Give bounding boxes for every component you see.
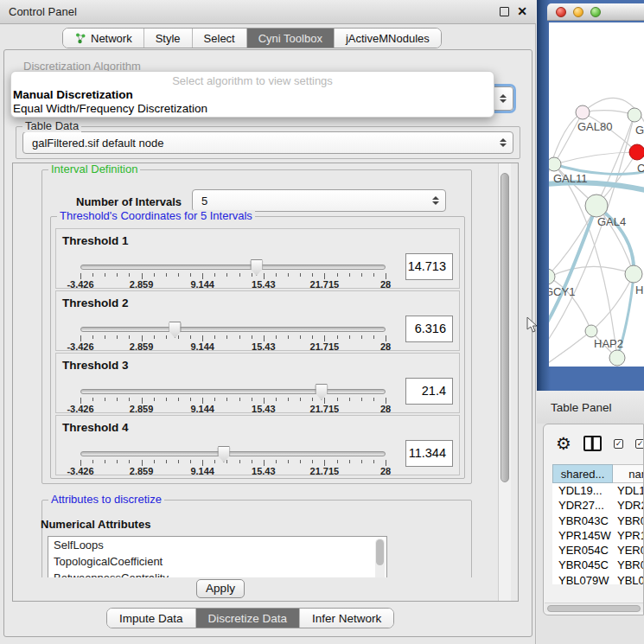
network-node-gal4[interactable] <box>585 194 608 217</box>
table-row[interactable]: YBR045CYBR045C <box>552 558 644 572</box>
cell-shared-name[interactable]: YDR27... <box>552 498 614 513</box>
cell-name[interactable]: YDR27 <box>614 498 644 513</box>
slider-tick <box>264 460 265 466</box>
network-canvas[interactable]: GAL80GACGAL11GAL4GCY1HHAP2 <box>549 22 644 367</box>
slider-tick <box>337 273 338 277</box>
table-row[interactable]: YER054CYER054C <box>552 543 644 558</box>
minimize-traffic-light-icon[interactable] <box>573 7 583 17</box>
close-icon[interactable]: ✕ <box>517 7 527 16</box>
network-node-hap2[interactable] <box>585 325 597 337</box>
slider-tick-label: 9.144 <box>190 341 214 352</box>
cell-name[interactable]: YPR145W <box>614 528 644 543</box>
network-node-gal80[interactable] <box>576 105 590 119</box>
slider-tick <box>117 398 118 401</box>
cell-name[interactable]: YBR043C <box>614 513 644 528</box>
attribute-item-selfloops[interactable]: SelfLoops <box>48 537 386 553</box>
network-edge[interactable] <box>583 111 634 115</box>
slider-tick-label: 15.43 <box>252 341 276 352</box>
panel-vertical-scrollbar[interactable] <box>498 163 511 601</box>
slider-track[interactable] <box>80 265 386 270</box>
network-edge[interactable] <box>549 266 634 282</box>
apply-button[interactable]: Apply <box>196 579 245 598</box>
network-node[interactable] <box>609 350 625 366</box>
slider-tick <box>300 460 301 463</box>
threshold-slider[interactable]: -3.4262.8599.14415.4321.71528 <box>80 416 386 476</box>
slider-tick <box>117 460 118 463</box>
dropdown-prompt-item[interactable]: Select algorithm to view settings <box>11 73 494 88</box>
tab-discretize-data[interactable]: Discretize Data <box>196 609 301 628</box>
attribute-item-topologicalcoefficient[interactable]: TopologicalCoefficient <box>48 553 386 570</box>
cell-shared-name[interactable]: YBR045C <box>552 558 614 572</box>
network-edge[interactable] <box>549 331 591 367</box>
threshold-slider[interactable]: -3.4262.8599.14415.4321.71528 <box>80 291 386 352</box>
threshold-value-field[interactable]: 11.344 <box>405 440 453 467</box>
network-edge[interactable] <box>549 206 596 334</box>
threshold-value-field[interactable]: 14.713 <box>405 253 453 280</box>
threshold-value-field[interactable]: 6.316 <box>405 316 453 342</box>
table-row[interactable]: YBR043CYBR043C <box>552 513 644 528</box>
cell-name[interactable]: YBR045C <box>614 558 644 572</box>
cell-shared-name[interactable]: YBL079W <box>552 573 614 584</box>
checkbox-icon[interactable]: ✓ <box>635 439 644 449</box>
numerical-attributes-list[interactable]: SelfLoopsTopologicalCoefficientBetweenne… <box>48 536 387 577</box>
tab-jactivemnodules[interactable]: jActiveMNodules <box>335 29 441 48</box>
cell-name[interactable]: YDL19 <box>614 483 644 498</box>
number-of-intervals-label: Number of Intervals <box>76 195 182 208</box>
tab-network[interactable]: Network <box>63 29 144 48</box>
slider-handle[interactable] <box>169 322 182 338</box>
threshold-slider[interactable]: -3.4262.8599.14415.4321.71528 <box>80 354 386 414</box>
attributes-list-scrollbar[interactable] <box>375 539 385 577</box>
slider-tick-label: 2.859 <box>130 279 154 290</box>
slider-tick-label: 15.43 <box>252 279 276 290</box>
slider-tick <box>337 335 338 339</box>
gear-icon[interactable]: ⚙ <box>556 435 571 452</box>
cell-shared-name[interactable]: YPR145W <box>552 528 614 543</box>
slider-tick <box>190 273 191 277</box>
cell-name[interactable]: YER054C <box>614 543 644 558</box>
tab-impute-data[interactable]: Impute Data <box>107 609 196 628</box>
cell-shared-name[interactable]: YER054C <box>552 543 614 558</box>
table-data-combobox[interactable]: galFiltered.sif default node <box>22 131 513 154</box>
cell-shared-name[interactable]: YBR043C <box>552 513 614 528</box>
slider-track[interactable] <box>80 389 386 394</box>
slider-handle[interactable] <box>217 446 230 462</box>
table-row[interactable]: YBL079WYBL079W <box>552 573 644 584</box>
attribute-item-betweennesscentrality[interactable]: BetweennessCentrality <box>48 570 386 577</box>
threshold-value-field[interactable]: 21.4 <box>405 378 453 405</box>
slider-tick <box>202 398 203 404</box>
column-header-shared-name[interactable]: shared... <box>552 464 613 483</box>
close-traffic-light-icon[interactable] <box>556 7 566 17</box>
network-node-gal11[interactable] <box>549 157 561 171</box>
tab-style[interactable]: Style <box>144 29 193 48</box>
interval-definition-title: Interval Definition <box>48 164 140 175</box>
zoom-traffic-light-icon[interactable] <box>590 7 601 17</box>
column-header-name[interactable]: name <box>613 464 644 483</box>
slider-tick <box>276 335 277 339</box>
tab-cyni-toolbox[interactable]: Cyni Toolbox <box>247 29 335 48</box>
tab-select[interactable]: Select <box>193 29 247 48</box>
tab-infer-network[interactable]: Infer Network <box>300 609 393 628</box>
network-node-gcy1[interactable] <box>549 269 555 284</box>
dropdown-item-manual-discretization[interactable]: Manual Discretization <box>11 88 494 102</box>
network-edge[interactable] <box>554 152 637 164</box>
node-label: GAL4 <box>597 215 626 228</box>
slider-track[interactable] <box>80 451 386 456</box>
network-node-ga[interactable] <box>628 108 641 122</box>
cell-shared-name[interactable]: YDL19... <box>552 483 614 498</box>
network-node-h[interactable] <box>625 265 642 283</box>
slider-tick <box>129 273 130 277</box>
columns-icon[interactable] <box>583 436 602 451</box>
table-row[interactable]: YDR27...YDR27 <box>552 498 644 513</box>
network-node-c[interactable] <box>629 144 644 160</box>
cell-name[interactable]: YBL079W <box>614 573 644 584</box>
table-row[interactable]: YPR145WYPR145W <box>552 528 644 543</box>
dropdown-item-equal-width-frequency-discretization[interactable]: Equal Width/Frequency Discretization <box>11 102 494 116</box>
float-window-icon[interactable] <box>500 7 509 16</box>
slider-handle[interactable] <box>315 384 328 400</box>
table-horizontal-scrollbar[interactable] <box>545 603 644 612</box>
checkbox-icon[interactable]: ✓ <box>614 439 623 449</box>
slider-track[interactable] <box>80 327 386 332</box>
threshold-slider[interactable]: -3.4262.8599.14415.4321.71528 <box>80 229 386 290</box>
slider-tick <box>92 335 93 339</box>
table-row[interactable]: YDL19...YDL19 <box>552 483 644 498</box>
